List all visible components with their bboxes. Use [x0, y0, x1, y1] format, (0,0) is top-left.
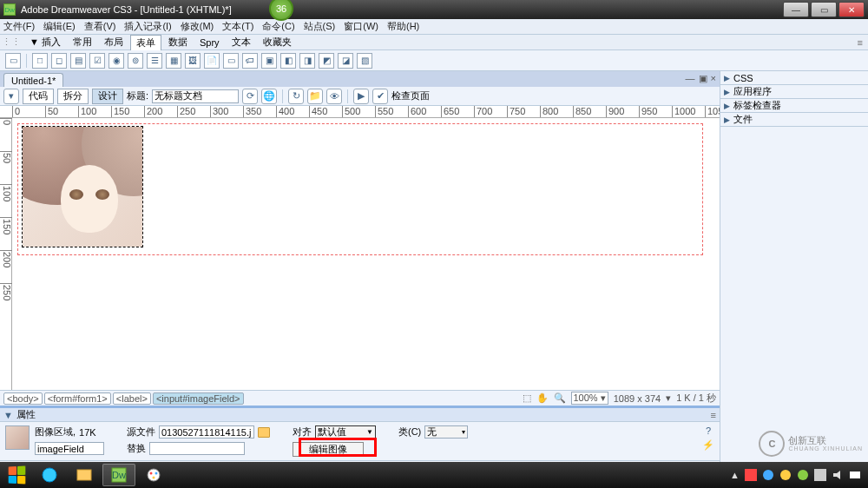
- label-icon[interactable]: 🏷: [242, 53, 258, 69]
- menu-view[interactable]: 查看(V): [84, 20, 116, 33]
- props-src-input[interactable]: [159, 425, 254, 439]
- tray-app3-icon[interactable]: [797, 469, 809, 481]
- tag-body[interactable]: <body>: [3, 392, 43, 405]
- close-button[interactable]: ✕: [838, 2, 865, 17]
- tray-volume-icon[interactable]: [832, 469, 844, 481]
- browse-folder-icon[interactable]: [258, 427, 270, 438]
- zoom-tool-icon[interactable]: 🔍: [554, 392, 566, 404]
- props-alt-input[interactable]: [149, 442, 245, 455]
- textfield-icon[interactable]: □: [32, 53, 48, 69]
- title-input[interactable]: [152, 89, 239, 103]
- tag-label[interactable]: <label>: [113, 392, 151, 405]
- filefield-icon[interactable]: 📄: [204, 53, 220, 69]
- tag-selector[interactable]: <body> <form#form1> <label> <input#image…: [3, 392, 244, 405]
- textarea-icon[interactable]: ▤: [70, 53, 86, 69]
- task-dreamweaver-icon[interactable]: Dw: [102, 464, 135, 486]
- window-size[interactable]: 1089 x 374: [614, 393, 661, 404]
- checkbox-icon[interactable]: ☑: [89, 53, 105, 69]
- window-size-arrow[interactable]: ▾: [666, 392, 671, 404]
- doc-close-icon[interactable]: ×: [711, 73, 716, 84]
- radiogroup-icon[interactable]: ⊚: [128, 53, 143, 69]
- task-ie-icon[interactable]: [33, 464, 66, 486]
- hidden-icon[interactable]: ◻: [51, 53, 67, 69]
- tray-action-icon[interactable]: [849, 469, 861, 481]
- insert-tab-data[interactable]: 数据: [163, 35, 193, 49]
- globe-icon[interactable]: 🌐: [261, 89, 277, 104]
- start-button[interactable]: [2, 464, 31, 486]
- menu-file[interactable]: 文件(F): [3, 20, 35, 33]
- hand-tool-icon[interactable]: ✋: [536, 392, 549, 404]
- layout-menu-icon[interactable]: ▾: [3, 89, 19, 104]
- maximize-button[interactable]: ▭: [811, 2, 837, 17]
- props-menu-icon[interactable]: ≡: [711, 410, 716, 420]
- system-tray[interactable]: ▲: [725, 469, 866, 481]
- form-icon[interactable]: ▭: [5, 53, 21, 69]
- insert-label[interactable]: ▼ 插入: [24, 35, 66, 49]
- check-icon[interactable]: ✔: [372, 89, 388, 104]
- refresh-icon[interactable]: ↻: [288, 89, 304, 104]
- insert-grip[interactable]: ⋮⋮: [2, 36, 21, 48]
- menu-text[interactable]: 文本(T): [222, 20, 253, 33]
- task-explorer-icon[interactable]: [68, 464, 101, 486]
- list-icon[interactable]: ☰: [147, 53, 162, 69]
- preview-icon[interactable]: 👁: [326, 89, 342, 104]
- imagefield-icon[interactable]: 🖼: [185, 53, 201, 69]
- tag-form[interactable]: <form#form1>: [44, 392, 111, 405]
- props-help-icon[interactable]: ?: [706, 425, 711, 436]
- spry3-icon[interactable]: ◩: [319, 53, 334, 69]
- insert-tab-common[interactable]: 常用: [68, 35, 97, 49]
- minimize-button[interactable]: —: [783, 2, 809, 17]
- props-name-input[interactable]: [35, 442, 104, 455]
- doc-tab-1[interactable]: Untitled-1*: [3, 73, 63, 87]
- jumpmenu-icon[interactable]: ▦: [166, 53, 181, 69]
- tray-app2-icon[interactable]: [779, 469, 792, 481]
- validate-icon[interactable]: ▶: [353, 89, 369, 104]
- insert-tab-layout[interactable]: 布局: [99, 35, 128, 49]
- insert-tab-text[interactable]: 文本: [227, 35, 256, 49]
- zoom-select[interactable]: 100% ▾: [571, 392, 608, 405]
- browser-check-icon[interactable]: ⟳: [242, 89, 258, 104]
- design-view-button[interactable]: 设计: [92, 89, 123, 104]
- fieldset-icon[interactable]: ▣: [261, 53, 277, 69]
- check-page-label[interactable]: 检查页面: [391, 89, 430, 102]
- props-quick-icon[interactable]: ⚡: [702, 439, 714, 451]
- edit-image-button[interactable]: 编辑图像: [293, 442, 364, 457]
- spry5-icon[interactable]: ▧: [357, 53, 372, 69]
- doc-restore-icon[interactable]: ▣: [699, 73, 707, 84]
- panel-files[interactable]: ▶文件: [720, 113, 868, 127]
- menu-insert[interactable]: 插入记录(I): [124, 20, 171, 33]
- menu-edit[interactable]: 编辑(E): [43, 20, 76, 33]
- code-view-button[interactable]: 代码: [23, 89, 54, 104]
- props-align-select[interactable]: 默认值▼: [315, 425, 376, 439]
- panel-tag-inspector[interactable]: ▶标签检查器: [720, 99, 868, 113]
- spry1-icon[interactable]: ◧: [280, 53, 296, 69]
- spry2-icon[interactable]: ◨: [299, 53, 315, 69]
- tray-app1-icon[interactable]: [762, 469, 774, 481]
- button-icon[interactable]: ▭: [223, 53, 239, 69]
- spry4-icon[interactable]: ◪: [338, 53, 353, 69]
- props-class-select[interactable]: 无▾: [424, 425, 468, 439]
- split-view-button[interactable]: 拆分: [57, 89, 89, 104]
- tray-network-icon[interactable]: [814, 469, 826, 481]
- design-canvas[interactable]: [12, 118, 720, 390]
- menu-help[interactable]: 帮助(H): [387, 20, 419, 33]
- menu-modify[interactable]: 修改(M): [181, 20, 214, 33]
- panel-application[interactable]: ▶应用程序: [720, 85, 868, 99]
- tray-security-icon[interactable]: [745, 469, 757, 481]
- insert-tab-forms[interactable]: 表单: [130, 35, 161, 50]
- radio-icon[interactable]: ◉: [108, 53, 124, 69]
- menu-window[interactable]: 窗口(W): [344, 20, 378, 33]
- form-outline[interactable]: [17, 123, 703, 255]
- panel-css[interactable]: ▶CSS: [720, 71, 868, 85]
- tag-input[interactable]: <input#imageField>: [153, 392, 244, 405]
- task-paint-icon[interactable]: [137, 464, 170, 486]
- insert-tab-fav[interactable]: 收藏夹: [258, 35, 297, 49]
- doc-minimize-icon[interactable]: —: [686, 73, 695, 84]
- props-collapse-icon[interactable]: ▼: [3, 410, 13, 420]
- insert-expand-icon[interactable]: ≡: [854, 37, 866, 48]
- menu-site[interactable]: 站点(S): [304, 20, 336, 33]
- file-manage-icon[interactable]: 📁: [307, 89, 323, 104]
- pointer-tool-icon[interactable]: ⬚: [523, 392, 531, 404]
- menu-commands[interactable]: 命令(C): [262, 20, 294, 33]
- image-field-selection[interactable]: [22, 126, 143, 247]
